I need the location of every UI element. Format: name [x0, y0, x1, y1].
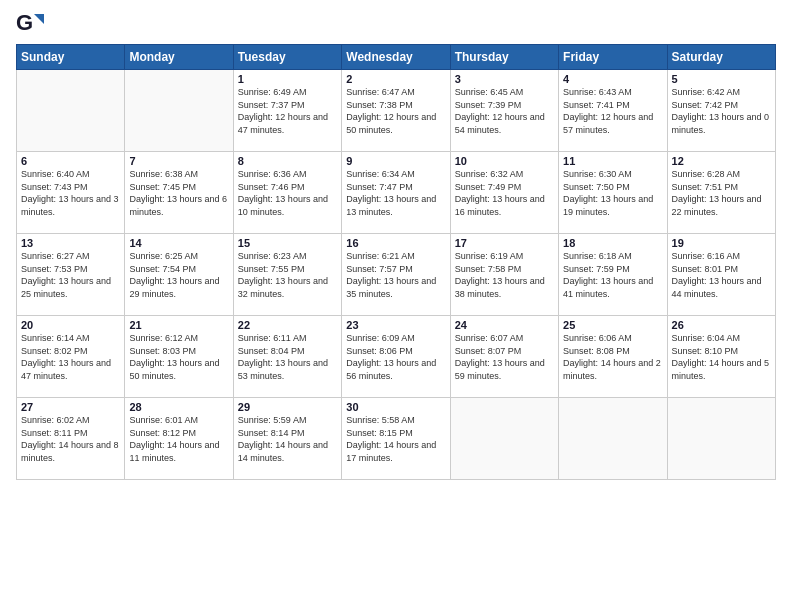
- svg-text:G: G: [16, 10, 33, 35]
- day-info: Sunrise: 6:19 AM Sunset: 7:58 PM Dayligh…: [455, 250, 554, 300]
- day-number: 10: [455, 155, 554, 167]
- day-info: Sunrise: 6:45 AM Sunset: 7:39 PM Dayligh…: [455, 86, 554, 136]
- day-info: Sunrise: 6:23 AM Sunset: 7:55 PM Dayligh…: [238, 250, 337, 300]
- calendar-table: Sunday Monday Tuesday Wednesday Thursday…: [16, 44, 776, 480]
- svg-marker-1: [34, 14, 44, 24]
- table-row: 9Sunrise: 6:34 AM Sunset: 7:47 PM Daylig…: [342, 152, 450, 234]
- day-number: 18: [563, 237, 662, 249]
- day-number: 28: [129, 401, 228, 413]
- table-row: 25Sunrise: 6:06 AM Sunset: 8:08 PM Dayli…: [559, 316, 667, 398]
- table-row: [125, 70, 233, 152]
- table-row: 3Sunrise: 6:45 AM Sunset: 7:39 PM Daylig…: [450, 70, 558, 152]
- day-info: Sunrise: 5:58 AM Sunset: 8:15 PM Dayligh…: [346, 414, 445, 464]
- table-row: 28Sunrise: 6:01 AM Sunset: 8:12 PM Dayli…: [125, 398, 233, 480]
- table-row: 6Sunrise: 6:40 AM Sunset: 7:43 PM Daylig…: [17, 152, 125, 234]
- table-row: 19Sunrise: 6:16 AM Sunset: 8:01 PM Dayli…: [667, 234, 775, 316]
- day-info: Sunrise: 6:09 AM Sunset: 8:06 PM Dayligh…: [346, 332, 445, 382]
- day-number: 11: [563, 155, 662, 167]
- table-row: 20Sunrise: 6:14 AM Sunset: 8:02 PM Dayli…: [17, 316, 125, 398]
- day-number: 20: [21, 319, 120, 331]
- calendar-week-row: 27Sunrise: 6:02 AM Sunset: 8:11 PM Dayli…: [17, 398, 776, 480]
- page: G Sunday Monday Tuesday Wednesday Thursd…: [0, 0, 792, 612]
- day-info: Sunrise: 6:06 AM Sunset: 8:08 PM Dayligh…: [563, 332, 662, 382]
- day-number: 6: [21, 155, 120, 167]
- day-number: 26: [672, 319, 771, 331]
- day-number: 23: [346, 319, 445, 331]
- logo-icon: G: [16, 10, 44, 38]
- col-monday: Monday: [125, 45, 233, 70]
- day-number: 19: [672, 237, 771, 249]
- col-sunday: Sunday: [17, 45, 125, 70]
- day-info: Sunrise: 6:21 AM Sunset: 7:57 PM Dayligh…: [346, 250, 445, 300]
- day-info: Sunrise: 6:18 AM Sunset: 7:59 PM Dayligh…: [563, 250, 662, 300]
- table-row: 14Sunrise: 6:25 AM Sunset: 7:54 PM Dayli…: [125, 234, 233, 316]
- day-info: Sunrise: 6:34 AM Sunset: 7:47 PM Dayligh…: [346, 168, 445, 218]
- table-row: 7Sunrise: 6:38 AM Sunset: 7:45 PM Daylig…: [125, 152, 233, 234]
- day-number: 17: [455, 237, 554, 249]
- day-number: 5: [672, 73, 771, 85]
- day-info: Sunrise: 6:43 AM Sunset: 7:41 PM Dayligh…: [563, 86, 662, 136]
- day-number: 13: [21, 237, 120, 249]
- day-number: 24: [455, 319, 554, 331]
- table-row: 23Sunrise: 6:09 AM Sunset: 8:06 PM Dayli…: [342, 316, 450, 398]
- day-info: Sunrise: 6:42 AM Sunset: 7:42 PM Dayligh…: [672, 86, 771, 136]
- day-info: Sunrise: 5:59 AM Sunset: 8:14 PM Dayligh…: [238, 414, 337, 464]
- day-number: 25: [563, 319, 662, 331]
- day-info: Sunrise: 6:49 AM Sunset: 7:37 PM Dayligh…: [238, 86, 337, 136]
- day-number: 3: [455, 73, 554, 85]
- day-number: 12: [672, 155, 771, 167]
- day-info: Sunrise: 6:28 AM Sunset: 7:51 PM Dayligh…: [672, 168, 771, 218]
- table-row: 18Sunrise: 6:18 AM Sunset: 7:59 PM Dayli…: [559, 234, 667, 316]
- calendar-week-row: 13Sunrise: 6:27 AM Sunset: 7:53 PM Dayli…: [17, 234, 776, 316]
- day-info: Sunrise: 6:25 AM Sunset: 7:54 PM Dayligh…: [129, 250, 228, 300]
- table-row: [17, 70, 125, 152]
- day-info: Sunrise: 6:27 AM Sunset: 7:53 PM Dayligh…: [21, 250, 120, 300]
- table-row: [559, 398, 667, 480]
- day-info: Sunrise: 6:40 AM Sunset: 7:43 PM Dayligh…: [21, 168, 120, 218]
- table-row: 30Sunrise: 5:58 AM Sunset: 8:15 PM Dayli…: [342, 398, 450, 480]
- day-info: Sunrise: 6:14 AM Sunset: 8:02 PM Dayligh…: [21, 332, 120, 382]
- calendar-week-row: 1Sunrise: 6:49 AM Sunset: 7:37 PM Daylig…: [17, 70, 776, 152]
- table-row: 4Sunrise: 6:43 AM Sunset: 7:41 PM Daylig…: [559, 70, 667, 152]
- day-number: 29: [238, 401, 337, 413]
- day-number: 15: [238, 237, 337, 249]
- day-number: 4: [563, 73, 662, 85]
- day-number: 27: [21, 401, 120, 413]
- day-number: 21: [129, 319, 228, 331]
- header: G: [16, 10, 776, 38]
- day-info: Sunrise: 6:30 AM Sunset: 7:50 PM Dayligh…: [563, 168, 662, 218]
- day-info: Sunrise: 6:01 AM Sunset: 8:12 PM Dayligh…: [129, 414, 228, 464]
- day-number: 30: [346, 401, 445, 413]
- day-info: Sunrise: 6:32 AM Sunset: 7:49 PM Dayligh…: [455, 168, 554, 218]
- col-tuesday: Tuesday: [233, 45, 341, 70]
- day-info: Sunrise: 6:02 AM Sunset: 8:11 PM Dayligh…: [21, 414, 120, 464]
- day-info: Sunrise: 6:12 AM Sunset: 8:03 PM Dayligh…: [129, 332, 228, 382]
- table-row: 29Sunrise: 5:59 AM Sunset: 8:14 PM Dayli…: [233, 398, 341, 480]
- day-number: 2: [346, 73, 445, 85]
- table-row: 5Sunrise: 6:42 AM Sunset: 7:42 PM Daylig…: [667, 70, 775, 152]
- col-wednesday: Wednesday: [342, 45, 450, 70]
- day-number: 14: [129, 237, 228, 249]
- col-saturday: Saturday: [667, 45, 775, 70]
- table-row: 2Sunrise: 6:47 AM Sunset: 7:38 PM Daylig…: [342, 70, 450, 152]
- day-number: 9: [346, 155, 445, 167]
- col-friday: Friday: [559, 45, 667, 70]
- day-info: Sunrise: 6:36 AM Sunset: 7:46 PM Dayligh…: [238, 168, 337, 218]
- day-number: 22: [238, 319, 337, 331]
- table-row: 1Sunrise: 6:49 AM Sunset: 7:37 PM Daylig…: [233, 70, 341, 152]
- table-row: 16Sunrise: 6:21 AM Sunset: 7:57 PM Dayli…: [342, 234, 450, 316]
- table-row: 26Sunrise: 6:04 AM Sunset: 8:10 PM Dayli…: [667, 316, 775, 398]
- table-row: 13Sunrise: 6:27 AM Sunset: 7:53 PM Dayli…: [17, 234, 125, 316]
- table-row: 22Sunrise: 6:11 AM Sunset: 8:04 PM Dayli…: [233, 316, 341, 398]
- table-row: [667, 398, 775, 480]
- day-info: Sunrise: 6:04 AM Sunset: 8:10 PM Dayligh…: [672, 332, 771, 382]
- day-info: Sunrise: 6:11 AM Sunset: 8:04 PM Dayligh…: [238, 332, 337, 382]
- table-row: 24Sunrise: 6:07 AM Sunset: 8:07 PM Dayli…: [450, 316, 558, 398]
- calendar-week-row: 20Sunrise: 6:14 AM Sunset: 8:02 PM Dayli…: [17, 316, 776, 398]
- table-row: 12Sunrise: 6:28 AM Sunset: 7:51 PM Dayli…: [667, 152, 775, 234]
- table-row: 11Sunrise: 6:30 AM Sunset: 7:50 PM Dayli…: [559, 152, 667, 234]
- logo: G: [16, 10, 48, 38]
- day-number: 7: [129, 155, 228, 167]
- calendar-week-row: 6Sunrise: 6:40 AM Sunset: 7:43 PM Daylig…: [17, 152, 776, 234]
- table-row: 21Sunrise: 6:12 AM Sunset: 8:03 PM Dayli…: [125, 316, 233, 398]
